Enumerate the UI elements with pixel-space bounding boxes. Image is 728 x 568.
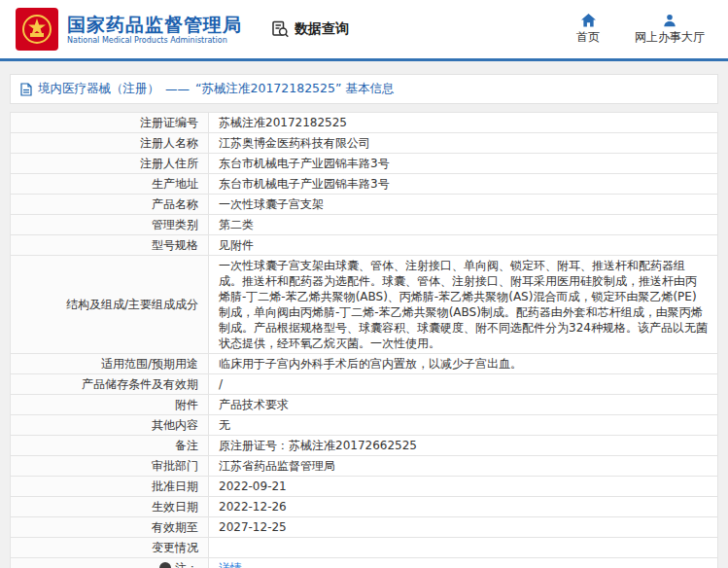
user-icon xyxy=(663,14,676,27)
header-nav: 首页 网上办事大厅 xyxy=(576,14,712,46)
row-label: 批准日期 xyxy=(11,477,209,497)
org-name-en: National Medical Products Administration xyxy=(67,36,242,45)
row-label: 注册证编号 xyxy=(11,113,209,133)
table-row: 注：详情 xyxy=(11,558,718,568)
row-value: 东台市机械电子产业园锦丰路3号 xyxy=(209,174,718,195)
nav-home[interactable]: 首页 xyxy=(576,14,600,46)
row-value: 苏械注准20172182525 xyxy=(209,113,718,133)
note-icon xyxy=(159,562,171,568)
row-label-text: 注册人名称 xyxy=(140,136,198,150)
row-label: 审批部门 xyxy=(11,456,209,477)
row-value: 2027-12-25 xyxy=(209,517,718,538)
row-label-text: 批准日期 xyxy=(152,479,198,493)
row-label-text: 附件 xyxy=(175,398,198,411)
row-label-text: 其他内容 xyxy=(152,418,198,432)
row-label-text: 备注 xyxy=(175,439,198,452)
table-row: 结构及组成/主要组成成分一次性球囊子宫支架由球囊、管体、注射接口、单向阀、锁定环… xyxy=(11,256,718,354)
row-value: 2022-09-21 xyxy=(209,477,718,497)
row-label-text: 生效日期 xyxy=(152,500,198,514)
info-table-body: 注册证编号苏械注准20172182525注册人名称江苏奥博金医药科技有限公司注册… xyxy=(11,113,718,568)
row-value: 江苏奥博金医药科技有限公司 xyxy=(209,133,718,154)
breadcrumb: 境内医疗器械（注册） —— “苏械注准20172182525” 基本信息 xyxy=(10,74,718,104)
row-label: 注册人名称 xyxy=(11,133,209,154)
page-title: “苏械注准20172182525” 基本信息 xyxy=(195,81,394,97)
org-name-cn: 国家药品监督管理局 xyxy=(67,14,242,35)
row-value: 一次性球囊子宫支架由球囊、管体、注射接口、单向阀、锁定环、附耳、推送杆和配药器组… xyxy=(209,256,718,354)
breadcrumb-category: 境内医疗器械（注册） xyxy=(38,81,159,97)
row-label-text: 适用范围/预期用途 xyxy=(101,357,198,371)
row-value: 原注册证号：苏械注准20172662525 xyxy=(209,436,718,456)
table-row: 变更情况 xyxy=(11,538,718,558)
table-row: 有效期至2027-12-25 xyxy=(11,517,718,538)
site-header: 国家药品监督管理局 National Medical Products Admi… xyxy=(0,0,728,61)
row-value: 2022-12-26 xyxy=(209,497,718,517)
row-label: 附件 xyxy=(11,395,209,415)
row-label: 产品储存条件及有效期 xyxy=(11,374,209,395)
nav-service-hall[interactable]: 网上办事大厅 xyxy=(635,14,705,46)
data-query-label: 数据查询 xyxy=(295,20,349,38)
row-label-text: 注册证编号 xyxy=(140,116,198,129)
table-row: 产品名称一次性球囊子宫支架 xyxy=(11,195,718,215)
row-label-text: 有效期至 xyxy=(152,520,198,534)
org-names: 国家药品监督管理局 National Medical Products Admi… xyxy=(67,14,242,45)
row-value: 东台市机械电子产业园锦丰路3号 xyxy=(209,154,718,174)
row-label: 管理类别 xyxy=(11,215,209,235)
row-label-text: 型号规格 xyxy=(152,238,198,252)
row-label: 变更情况 xyxy=(11,538,209,558)
row-label: 注册人住所 xyxy=(11,154,209,174)
row-value: 临床用于子宫内外科手术后的宫内置放，以减少子宫出血。 xyxy=(209,354,718,374)
row-value: 一次性球囊子宫支架 xyxy=(209,195,718,215)
row-label: 其他内容 xyxy=(11,415,209,436)
table-row: 型号规格见附件 xyxy=(11,235,718,256)
row-value: 第二类 xyxy=(209,215,718,235)
row-label-text: 结构及组成/主要组成成分 xyxy=(66,298,198,311)
row-label-text: 注： xyxy=(175,561,198,568)
table-row: 生产地址东台市机械电子产业园锦丰路3号 xyxy=(11,174,718,195)
row-label: 有效期至 xyxy=(11,517,209,538)
row-label: 结构及组成/主要组成成分 xyxy=(11,256,209,354)
table-row: 注册人住所东台市机械电子产业园锦丰路3号 xyxy=(11,154,718,174)
table-row: 审批部门江苏省药品监督管理局 xyxy=(11,456,718,477)
row-label-text: 管理类别 xyxy=(152,218,198,231)
row-label-text: 注册人住所 xyxy=(140,157,198,170)
row-label-text: 变更情况 xyxy=(152,541,198,554)
nav-data-query[interactable]: 数据查询 xyxy=(271,20,349,39)
row-value xyxy=(209,538,718,558)
table-row: 产品储存条件及有效期/ xyxy=(11,374,718,395)
detail-link[interactable]: 详情 xyxy=(219,561,242,568)
table-row: 生效日期2022-12-26 xyxy=(11,497,718,517)
table-row: 适用范围/预期用途临床用于子宫内外科手术后的宫内置放，以减少子宫出血。 xyxy=(11,354,718,374)
row-label: 生效日期 xyxy=(11,497,209,517)
site-logo[interactable]: 国家药品监督管理局 National Medical Products Admi… xyxy=(16,8,242,51)
row-value: / xyxy=(209,374,718,395)
row-label: 适用范围/预期用途 xyxy=(11,354,209,374)
row-label-text: 产品名称 xyxy=(152,197,198,211)
row-label: 产品名称 xyxy=(11,195,209,215)
table-row: 管理类别第二类 xyxy=(11,215,718,235)
row-label: 型号规格 xyxy=(11,235,209,256)
row-label-text: 产品储存条件及有效期 xyxy=(82,377,198,391)
table-row: 附件产品技术要求 xyxy=(11,395,718,415)
row-value: 无 xyxy=(209,415,718,436)
main-content: 境内医疗器械（注册） —— “苏械注准20172182525” 基本信息 注册证… xyxy=(0,61,728,568)
nmpa-emblem-icon xyxy=(16,8,58,51)
nav-home-label: 首页 xyxy=(576,29,600,46)
row-label: 生产地址 xyxy=(11,174,209,195)
row-label: 注： xyxy=(11,558,209,568)
registration-info-table: 注册证编号苏械注准20172182525注册人名称江苏奥博金医药科技有限公司注册… xyxy=(10,112,718,568)
table-row: 备注原注册证号：苏械注准20172662525 xyxy=(11,436,718,456)
row-label: 备注 xyxy=(11,436,209,456)
table-row: 注册人名称江苏奥博金医药科技有限公司 xyxy=(11,133,718,154)
breadcrumb-separator: —— xyxy=(165,82,190,96)
table-row: 其他内容无 xyxy=(11,415,718,436)
home-icon xyxy=(581,14,596,27)
row-value: 产品技术要求 xyxy=(209,395,718,415)
table-row: 批准日期2022-09-21 xyxy=(11,477,718,497)
nav-service-hall-label: 网上办事大厅 xyxy=(635,29,705,46)
table-row: 注册证编号苏械注准20172182525 xyxy=(11,113,718,133)
row-label-text: 审批部门 xyxy=(152,459,198,473)
row-value: 见附件 xyxy=(209,235,718,256)
row-label-text: 生产地址 xyxy=(152,177,198,191)
data-query-icon xyxy=(271,20,290,39)
row-value: 详情 xyxy=(209,558,718,568)
